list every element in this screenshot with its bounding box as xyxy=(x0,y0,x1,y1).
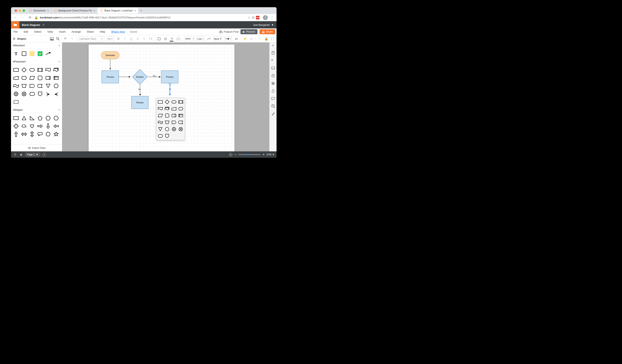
shp-double-vert-arrow-icon[interactable] xyxy=(29,131,35,137)
feature-find[interactable]: Feature Find xyxy=(219,30,239,33)
font-select[interactable]: Liberation Sans▼ xyxy=(78,36,104,41)
shp-pentagon-icon[interactable] xyxy=(37,115,43,121)
grid-view-icon[interactable]: ▦ xyxy=(19,153,23,157)
popup-offpage-icon[interactable] xyxy=(164,133,170,139)
line-width-input[interactable]: 2 px▴▾ xyxy=(196,36,205,41)
section-title-standard[interactable]: Standard xyxy=(14,44,25,47)
popup-terminator-icon[interactable] xyxy=(171,99,177,105)
fc-stored-data-icon[interactable] xyxy=(37,83,43,89)
edge-no[interactable] xyxy=(139,85,141,96)
shp-octagon-icon[interactable] xyxy=(53,115,59,121)
close-icon[interactable]: × xyxy=(47,9,49,12)
fc-manual-input-icon[interactable] xyxy=(13,75,19,81)
fc-terminator-icon[interactable] xyxy=(29,67,35,73)
new-tab-button[interactable]: + xyxy=(138,8,144,13)
url-field[interactable]: lucidchart.com/documents/edit/8fc27e05-5… xyxy=(40,16,246,19)
browser-tab-bgcheck[interactable]: Background Check Process Flo × xyxy=(52,8,97,14)
quote-icon[interactable]: ❝ xyxy=(271,58,275,62)
image-icon[interactable] xyxy=(50,37,54,40)
pin-extension-icon[interactable]: ⧉ xyxy=(252,16,254,19)
canvas-area[interactable]: Terminator Process Decision Yes Process … xyxy=(62,42,269,151)
menu-share[interactable]: Share xyxy=(86,29,95,34)
zoom-thumb[interactable] xyxy=(247,154,249,156)
fc-connector-icon[interactable] xyxy=(53,83,59,89)
fc-papertape-icon[interactable] xyxy=(13,83,19,89)
line-start-select[interactable]: None▼ xyxy=(213,36,222,41)
shp-star-icon[interactable] xyxy=(53,131,59,137)
import-data-button[interactable]: Import Data xyxy=(11,144,62,151)
close-icon[interactable]: × xyxy=(58,109,60,111)
abp-extension-icon[interactable]: ABP xyxy=(256,16,259,19)
popup-merge-icon[interactable] xyxy=(157,126,163,132)
popup-internal-storage-icon[interactable] xyxy=(178,113,184,118)
drop-icon[interactable] xyxy=(271,89,275,93)
edge-process-decision[interactable] xyxy=(119,76,131,78)
text-color-icon[interactable]: A xyxy=(136,37,140,41)
shp-down-arrow-icon[interactable] xyxy=(45,123,51,129)
close-icon[interactable]: × xyxy=(58,60,60,63)
fill-icon[interactable] xyxy=(163,37,168,41)
share-button[interactable]: Share xyxy=(259,29,275,34)
popup-manual-op-icon[interactable] xyxy=(164,120,170,125)
popup-stored-data-icon[interactable] xyxy=(178,120,184,125)
connector-style-icon[interactable] xyxy=(207,37,211,41)
star-icon[interactable]: ☆ xyxy=(248,16,251,19)
canvas-page[interactable]: Terminator Process Decision Yes Process … xyxy=(89,44,234,151)
italic-icon[interactable]: I xyxy=(123,37,127,41)
kebab-menu-icon[interactable]: ⋮ xyxy=(269,15,275,20)
zoom-in-button[interactable]: + xyxy=(263,153,265,157)
fc-or-icon[interactable] xyxy=(13,91,19,97)
fc-brace-right-icon[interactable]: }▸ xyxy=(45,91,51,97)
menu-help[interactable]: Help xyxy=(98,29,106,34)
data-linking-icon[interactable] xyxy=(271,104,275,108)
reload-icon[interactable]: ⟳ xyxy=(27,15,33,20)
popup-display-icon[interactable] xyxy=(157,133,163,139)
list-view-icon[interactable]: ☰ xyxy=(13,153,17,157)
popup-direct-data-icon[interactable] xyxy=(171,113,177,118)
fc-data-icon[interactable] xyxy=(29,75,35,81)
history-icon[interactable] xyxy=(271,74,275,78)
popup-database-icon[interactable] xyxy=(164,113,170,118)
edit-title-icon[interactable]: ✎ xyxy=(42,23,45,26)
menu-insert[interactable]: Insert xyxy=(58,29,67,34)
menu-arrange[interactable]: Arrange xyxy=(70,29,82,34)
note-shape-icon[interactable] xyxy=(29,51,35,57)
presentation-icon[interactable] xyxy=(271,66,275,70)
add-page-button[interactable]: + xyxy=(42,153,46,157)
node-process-bottom[interactable]: Process xyxy=(131,96,149,109)
pencil-color-icon[interactable]: ✎ xyxy=(170,37,174,41)
fc-offpage-icon[interactable] xyxy=(37,91,43,97)
present-button[interactable]: ▶ Present xyxy=(240,29,257,34)
menu-whats-new[interactable]: What's New xyxy=(110,29,126,34)
shp-callout-icon[interactable] xyxy=(37,131,43,137)
menu-edit[interactable]: Edit xyxy=(22,29,29,34)
macos-max-dot[interactable] xyxy=(23,9,25,12)
node-process-right[interactable]: Process xyxy=(161,71,178,83)
undo-icon[interactable]: ↶ xyxy=(63,37,68,41)
rect-shape-icon[interactable] xyxy=(21,51,27,57)
popup-document-icon[interactable] xyxy=(157,106,163,111)
shp-hexagon-icon[interactable] xyxy=(45,115,51,121)
fc-delay-icon[interactable] xyxy=(29,83,35,89)
popup-predefined-icon[interactable] xyxy=(178,99,184,105)
section-title-flowchart[interactable]: Flowchart xyxy=(14,60,26,63)
popup-manual-input-icon[interactable] xyxy=(171,106,177,111)
edge-dangling-selected[interactable] xyxy=(169,83,171,96)
macos-close-dot[interactable] xyxy=(15,9,17,12)
edge-terminator-process[interactable] xyxy=(110,59,111,71)
fc-predefined-icon[interactable] xyxy=(37,67,43,73)
close-icon[interactable]: × xyxy=(58,44,60,47)
popup-data-icon[interactable] xyxy=(157,113,163,118)
fc-multidoc-icon[interactable] xyxy=(53,67,59,73)
node-process-1[interactable]: Process xyxy=(102,71,119,83)
gear-icon[interactable]: ⚙ xyxy=(13,37,16,41)
section-title-shapes[interactable]: Shapes xyxy=(14,109,23,111)
swap-arrows-icon[interactable]: ⇄ xyxy=(234,37,238,41)
page-tab[interactable]: Page 1▼ xyxy=(25,152,40,157)
edit-line-icon[interactable]: ╲ xyxy=(258,37,262,41)
fc-database-icon[interactable] xyxy=(37,75,43,81)
bold-icon[interactable]: B xyxy=(116,37,121,41)
layers-icon[interactable] xyxy=(271,81,275,85)
popup-junction-icon[interactable] xyxy=(178,126,184,132)
zoom-level[interactable]: 57% ▼ xyxy=(267,153,274,156)
